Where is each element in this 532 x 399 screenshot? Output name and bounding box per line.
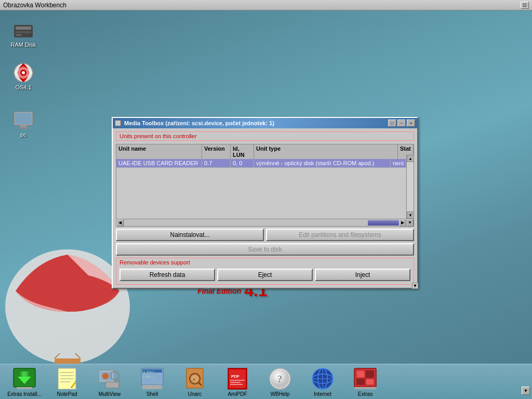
removable-devices-section: Removable devices support Refresh data E… bbox=[116, 258, 414, 285]
install-button[interactable]: Nainstalovat... bbox=[116, 229, 264, 241]
svg-point-30 bbox=[102, 373, 109, 379]
taskbar-item-shell[interactable]: $ Shell 1.SYS:>_ Shell bbox=[132, 367, 172, 397]
scroll-down-btn[interactable]: ▼ bbox=[407, 211, 414, 219]
outer-title-text: Obrazovka Workbench bbox=[3, 2, 66, 9]
taskbar-wbhelp-label: WBHelp bbox=[271, 391, 290, 397]
save-to-disk-button[interactable]: Save to disk bbox=[116, 243, 414, 256]
taskbar-item-notepad[interactable]: NotePad bbox=[47, 367, 87, 397]
dialog-title-bar[interactable]: Media Toolbox (zařízení: scsi.device, po… bbox=[113, 118, 417, 128]
desktop: Obrazovka Workbench ⊡ RAM Disk OS4.1 bbox=[0, 0, 532, 399]
td-stat: není bbox=[391, 159, 406, 167]
svg-rect-8 bbox=[15, 113, 32, 124]
taskbar-amipdf-label: AmiPDF bbox=[228, 391, 247, 397]
taskbar-extras-label: Extras bbox=[358, 391, 373, 397]
svg-rect-49 bbox=[230, 384, 243, 385]
svg-rect-2 bbox=[16, 31, 31, 33]
taskbar-multiview-label: MultiView bbox=[99, 391, 121, 397]
outer-title-bar: Obrazovka Workbench ⊡ bbox=[0, 0, 532, 10]
vertical-scrollbar[interactable]: ▲ ▼ bbox=[406, 155, 414, 219]
removable-buttons: Refresh data Eject Inject bbox=[119, 269, 410, 281]
shell-icon: $ Shell 1.SYS:>_ bbox=[140, 367, 164, 391]
ram-disk-label: RAM Disk bbox=[11, 42, 36, 48]
taskbar-item-extras[interactable]: Extras bbox=[345, 367, 385, 397]
units-section: Units present on this controller bbox=[116, 131, 414, 141]
taskbar-unarc-label: Unarc bbox=[188, 391, 202, 397]
pc-image bbox=[13, 112, 34, 130]
svg-rect-10 bbox=[17, 127, 30, 129]
h-scroll-thumb bbox=[368, 220, 399, 225]
table-header: Unit name Version Id, LUN Unit type Stat bbox=[116, 144, 414, 159]
ram-disk-image bbox=[13, 22, 34, 41]
desktop-icon-os41[interactable]: OS4.1 bbox=[5, 62, 42, 90]
svg-rect-3 bbox=[16, 34, 22, 36]
th-unit-type: Unit type bbox=[254, 144, 398, 159]
table-content: UAE-IDE USB CARD READER 0.7 0, 0 výměnné… bbox=[116, 159, 414, 219]
units-section-label: Units present on this controller bbox=[116, 132, 414, 140]
taskbar-item-wbhelp[interactable]: ? WBHelp bbox=[260, 367, 300, 397]
notepad-icon bbox=[55, 367, 79, 391]
svg-rect-45 bbox=[229, 369, 246, 388]
svg-rect-12 bbox=[55, 358, 81, 364]
dialog-title-text: Media Toolbox (zařízení: scsi.device, po… bbox=[124, 120, 388, 126]
table-row[interactable]: UAE-IDE USB CARD READER 0.7 0, 0 výměnné… bbox=[116, 159, 406, 168]
taskbar: Extras Install... NotePad bbox=[0, 364, 532, 399]
scroll-right-btn[interactable]: ▶ bbox=[399, 219, 406, 227]
internet-icon bbox=[311, 367, 335, 391]
svg-rect-9 bbox=[20, 125, 26, 127]
outer-window-btn[interactable]: ⊡ bbox=[521, 2, 529, 9]
h-scroll-track bbox=[124, 220, 399, 225]
extras-install-icon bbox=[12, 367, 36, 391]
taskbar-item-internet[interactable]: Internet bbox=[302, 367, 343, 397]
units-table-wrapper: Unit name Version Id, LUN Unit type Stat… bbox=[116, 144, 414, 219]
horizontal-scrollbar[interactable]: ◀ ▶ ▼ bbox=[116, 219, 414, 227]
inject-button[interactable]: Inject bbox=[315, 269, 410, 281]
desktop-icon-ram-disk[interactable]: RAM Disk bbox=[5, 22, 42, 48]
taskbar-notepad-label: NotePad bbox=[57, 391, 77, 397]
svg-line-33 bbox=[118, 379, 120, 381]
os41-label: OS4.1 bbox=[15, 84, 31, 90]
svg-text:$ Shell: $ Shell bbox=[143, 370, 154, 373]
taskbar-item-unarc[interactable]: A Unarc bbox=[175, 367, 215, 397]
edit-partitions-button[interactable]: Edit partitions and filesystems bbox=[266, 229, 414, 241]
th-version: Version bbox=[202, 144, 231, 159]
taskbar-item-extras-install[interactable]: Extras Install... bbox=[4, 367, 45, 397]
desktop-icon-pc[interactable]: pc bbox=[5, 112, 42, 138]
multiview-icon bbox=[98, 367, 122, 391]
scroll-down-h-btn[interactable]: ▼ bbox=[406, 219, 414, 227]
dialog-close-btn[interactable]: × bbox=[407, 119, 415, 127]
svg-text:PDF: PDF bbox=[231, 374, 240, 379]
dialog-min-btn[interactable]: − bbox=[397, 119, 406, 127]
svg-rect-63 bbox=[366, 379, 374, 385]
dialog-resize-btn[interactable]: □ bbox=[388, 119, 396, 127]
pc-label: pc bbox=[20, 131, 26, 138]
svg-rect-31 bbox=[105, 382, 119, 388]
svg-rect-48 bbox=[230, 382, 241, 383]
taskbar-extras-install-label: Extras Install... bbox=[7, 391, 42, 397]
svg-text:?: ? bbox=[277, 374, 282, 384]
td-id-lun: 0, 0 bbox=[231, 159, 254, 167]
refresh-data-button[interactable]: Refresh data bbox=[119, 269, 215, 281]
taskbar-shell-label: Shell bbox=[147, 391, 158, 397]
dialog-checkbox[interactable] bbox=[115, 120, 121, 126]
taskbar-item-multiview[interactable]: MultiView bbox=[89, 367, 130, 397]
scroll-up-btn[interactable]: ▲ bbox=[407, 155, 414, 162]
taskbar-scroll-btn[interactable]: ▼ bbox=[522, 387, 530, 395]
svg-text:1.SYS:>_: 1.SYS:>_ bbox=[142, 375, 155, 379]
amipdf-icon: PDF bbox=[225, 367, 249, 391]
eject-button[interactable]: Eject bbox=[217, 269, 313, 281]
svg-text:A: A bbox=[193, 377, 196, 382]
td-unit-name: UAE-IDE USB CARD READER bbox=[116, 159, 202, 167]
media-toolbox-dialog: Media Toolbox (zařízení: scsi.device, po… bbox=[112, 117, 418, 289]
wbhelp-icon: ? bbox=[268, 367, 292, 391]
svg-rect-61 bbox=[366, 370, 374, 378]
td-version: 0.7 bbox=[202, 159, 231, 167]
main-buttons-row: Nainstalovat... Edit partitions and file… bbox=[116, 229, 414, 241]
svg-rect-60 bbox=[356, 370, 365, 378]
svg-point-6 bbox=[22, 71, 25, 74]
dialog-resize-corner[interactable]: ▼ bbox=[412, 283, 418, 289]
os41-image bbox=[13, 62, 34, 83]
td-unit-type: výměnné - optický disk (starší CD-ROM ap… bbox=[254, 159, 391, 167]
taskbar-item-amipdf[interactable]: PDF AmiPDF bbox=[217, 367, 258, 397]
svg-rect-19 bbox=[17, 387, 32, 389]
scroll-left-btn[interactable]: ◀ bbox=[116, 219, 124, 227]
